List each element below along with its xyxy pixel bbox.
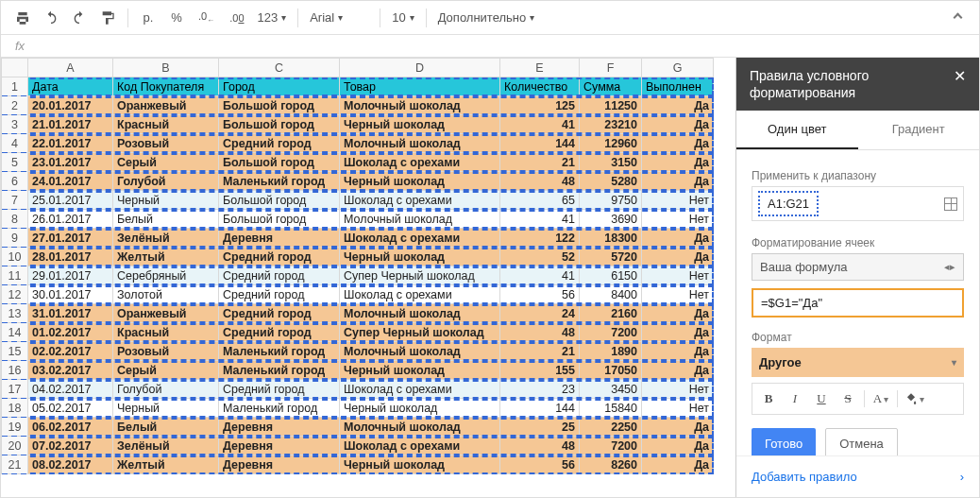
row-header[interactable]: 10 (2, 248, 28, 266)
cell[interactable]: 04.02.2017 (28, 380, 113, 399)
cell[interactable]: 02.02.2017 (28, 342, 113, 361)
cell[interactable]: Деревня (219, 437, 340, 455)
col-header[interactable]: A (28, 59, 113, 77)
cell[interactable]: 9750 (580, 191, 642, 210)
row-header[interactable]: 18 (2, 399, 28, 418)
cell[interactable]: Черный шоколад (340, 455, 500, 474)
cell[interactable]: Да (642, 153, 714, 172)
currency-button[interactable]: р. (136, 6, 161, 30)
rule-type-select[interactable]: Ваша формула ◂▸ (752, 253, 964, 281)
cell[interactable]: Большой город (219, 191, 340, 210)
cell[interactable]: Шоколад с орехами (340, 437, 500, 455)
cell[interactable]: Да (642, 323, 714, 342)
cell[interactable]: 65 (500, 191, 580, 210)
cell[interactable]: Средний город (219, 248, 340, 266)
cell[interactable]: Средний город (219, 134, 340, 153)
cell[interactable]: Маленький город (219, 172, 340, 191)
cell[interactable]: Серый (113, 153, 219, 172)
cell[interactable]: Нет (642, 266, 714, 285)
cell[interactable]: Желтый (113, 248, 219, 266)
cell[interactable]: 3690 (580, 210, 642, 229)
cell[interactable]: Большой город (219, 115, 340, 134)
cell[interactable]: Шоколад с орехами (340, 380, 500, 399)
cell[interactable]: 21 (500, 153, 580, 172)
tab-single-color[interactable]: Один цвет (736, 111, 858, 149)
cell[interactable]: 27.01.2017 (28, 229, 113, 248)
cell[interactable]: Да (642, 229, 714, 248)
cell[interactable]: 06.02.2017 (28, 418, 113, 437)
cell[interactable]: 17050 (580, 361, 642, 380)
more-dropdown[interactable]: Дополнительно▾ (434, 10, 539, 25)
cell[interactable]: 26.01.2017 (28, 210, 113, 229)
cell[interactable]: Большой город (219, 153, 340, 172)
cell[interactable]: Молочный шоколад (340, 418, 500, 437)
cell[interactable]: 1890 (580, 342, 642, 361)
cell[interactable]: Нет (642, 191, 714, 210)
cell[interactable]: Деревня (219, 455, 340, 474)
cell[interactable]: 31.01.2017 (28, 304, 113, 323)
cell[interactable]: Средний город (219, 380, 340, 399)
cell[interactable]: Да (642, 455, 714, 474)
cell[interactable]: Голубой (113, 380, 219, 399)
cell[interactable]: Нет (642, 399, 714, 418)
cell[interactable]: 22.01.2017 (28, 134, 113, 153)
cell[interactable]: 23 (500, 380, 580, 399)
cell[interactable]: 48 (500, 172, 580, 191)
cell[interactable]: Да (642, 96, 714, 115)
cell[interactable]: 5720 (580, 248, 642, 266)
cell[interactable]: 24.01.2017 (28, 172, 113, 191)
cell[interactable]: Зелёный (113, 437, 219, 455)
underline-button[interactable]: U (809, 387, 834, 410)
row-header[interactable]: 3 (2, 115, 28, 134)
cell[interactable]: Нет (642, 285, 714, 304)
cell[interactable]: Молочный шоколад (340, 210, 500, 229)
cell[interactable]: Да (642, 115, 714, 134)
header-cell[interactable]: Дата (28, 77, 113, 96)
cell[interactable]: Белый (113, 418, 219, 437)
cell[interactable]: Деревня (219, 229, 340, 248)
cell[interactable]: 52 (500, 248, 580, 266)
cell[interactable]: 05.02.2017 (28, 399, 113, 418)
add-rule-button[interactable]: Добавить правило › (736, 455, 979, 497)
cell[interactable]: Да (642, 342, 714, 361)
number-format-dropdown[interactable]: 123▾ (254, 10, 291, 25)
col-header[interactable]: F (580, 59, 642, 77)
cell[interactable]: Шоколад с орехами (340, 153, 500, 172)
row-header[interactable]: 14 (2, 323, 28, 342)
print-icon[interactable] (10, 6, 35, 30)
row-header[interactable]: 7 (2, 191, 28, 210)
cell[interactable]: Молочный шоколад (340, 304, 500, 323)
row-header[interactable]: 13 (2, 304, 28, 323)
cell[interactable]: 8260 (580, 455, 642, 474)
cell[interactable]: Серый (113, 361, 219, 380)
cell[interactable]: 144 (500, 134, 580, 153)
cell[interactable]: Маленький город (219, 399, 340, 418)
col-header[interactable]: E (500, 59, 580, 77)
cell[interactable]: 20.01.2017 (28, 96, 113, 115)
cell[interactable]: Маленький город (219, 342, 340, 361)
row-header[interactable]: 6 (2, 172, 28, 191)
cell[interactable]: Оранжевый (113, 304, 219, 323)
cell[interactable]: Деревня (219, 418, 340, 437)
undo-icon[interactable] (39, 6, 63, 30)
cell[interactable]: 23210 (580, 115, 642, 134)
cell[interactable]: Красный (113, 323, 219, 342)
cell[interactable]: 122 (500, 229, 580, 248)
row-header[interactable]: 12 (2, 285, 28, 304)
cell[interactable]: 7200 (580, 437, 642, 455)
cell[interactable]: Нет (642, 210, 714, 229)
collapse-toolbar-icon[interactable] (945, 6, 970, 30)
cell[interactable]: Да (642, 437, 714, 455)
cell[interactable]: Маленький город (219, 361, 340, 380)
cell[interactable]: 08.02.2017 (28, 455, 113, 474)
cell[interactable]: Да (642, 248, 714, 266)
row-header[interactable]: 11 (2, 266, 28, 285)
cell[interactable]: 07.02.2017 (28, 437, 113, 455)
cell[interactable]: 41 (500, 266, 580, 285)
formula-input[interactable] (39, 36, 979, 57)
cell[interactable]: Молочный шоколад (340, 342, 500, 361)
cancel-button[interactable]: Отмена (825, 428, 898, 455)
tab-gradient[interactable]: Градиент (858, 111, 980, 149)
col-header[interactable]: C (219, 59, 340, 77)
formula-input-box[interactable]: =$G1="Да" (752, 288, 964, 318)
